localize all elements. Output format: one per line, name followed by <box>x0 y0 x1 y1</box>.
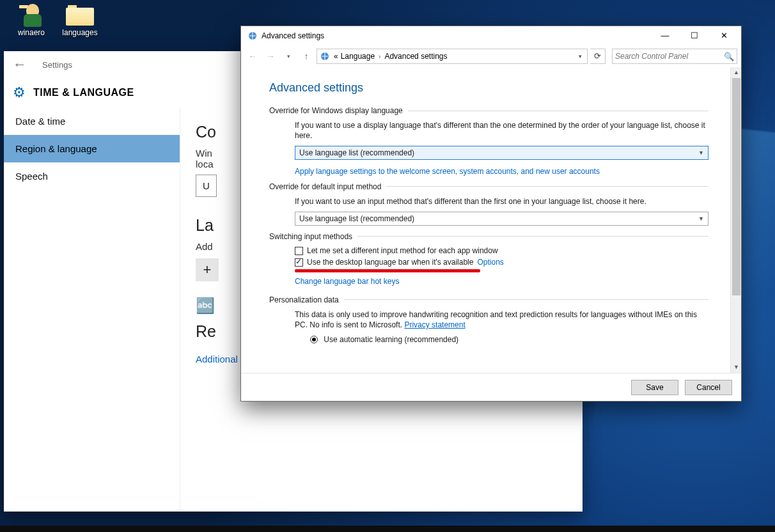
dropdown-value: Use language list (recommended) <box>299 148 698 157</box>
search-input[interactable] <box>615 52 724 61</box>
section-title-input-method: Override for default input method <box>269 182 381 191</box>
search-icon[interactable]: 🔍 <box>724 52 734 61</box>
dropdown-value: Use language list (recommended) <box>299 214 698 223</box>
page-heading: Advanced settings <box>269 81 708 95</box>
breadcrumb-prefix: « <box>333 52 340 61</box>
nav-back-button[interactable]: ← <box>245 49 260 64</box>
radio-automatic-learning[interactable] <box>310 336 318 343</box>
content-pane: Advanced settings Override for Windows d… <box>241 67 730 373</box>
advanced-settings-window: Advanced settings — ☐ ✕ ← → ▾ ↑ « Langua… <box>240 26 742 402</box>
maximize-button[interactable]: ☐ <box>680 26 709 45</box>
divider <box>344 299 708 300</box>
save-button[interactable]: Save <box>631 380 678 395</box>
divider <box>386 186 708 187</box>
section-desc: If you want to use an input method that'… <box>295 196 708 207</box>
scrollbar-thumb[interactable] <box>732 78 740 295</box>
checkbox-per-app-input[interactable] <box>295 247 303 255</box>
control-panel-language-icon <box>247 31 258 41</box>
desktop-icon-label: winaero <box>18 28 45 37</box>
link-privacy-statement[interactable]: Privacy statement <box>404 320 465 329</box>
taskbar[interactable] <box>0 526 775 532</box>
chevron-right-icon: › <box>376 53 383 60</box>
country-dropdown[interactable]: U <box>196 175 217 197</box>
section-title-switching: Switching input methods <box>269 232 352 241</box>
desktop-icon-winaero[interactable]: winaero <box>8 3 55 37</box>
divider <box>408 111 708 111</box>
link-apply-welcome-screen[interactable]: Apply language settings to the welcome s… <box>295 167 600 176</box>
nav-speech[interactable]: Speech <box>4 162 180 190</box>
add-language-button[interactable]: + <box>196 258 219 281</box>
cancel-button[interactable]: Cancel <box>685 380 732 395</box>
checkbox-label: Let me set a different input method for … <box>307 246 498 255</box>
address-bar: ← → ▾ ↑ « Language › Advanced settings ▾… <box>241 45 741 67</box>
minimize-button[interactable]: — <box>650 26 680 45</box>
folder-icon <box>66 3 94 26</box>
nav-forward-button[interactable]: → <box>263 49 278 64</box>
settings-nav: Date & time Region & language Speech <box>4 107 180 512</box>
section-title-display-language: Override for Windows display language <box>269 106 403 115</box>
nav-date-time[interactable]: Date & time <box>4 107 180 135</box>
breadcrumb-dropdown-icon[interactable]: ▾ <box>575 53 586 59</box>
link-options[interactable]: Options <box>477 258 503 267</box>
search-box[interactable]: 🔍 <box>612 49 737 64</box>
breadcrumb[interactable]: « Language › Advanced settings ▾ <box>317 49 588 64</box>
dialog-footer: Save Cancel <box>241 373 741 401</box>
nav-region-language[interactable]: Region & language <box>4 135 180 162</box>
back-arrow-icon[interactable]: ← <box>13 56 27 73</box>
section-desc: This data is only used to improve handwr… <box>295 309 708 330</box>
radio-label: Use automatic learning (recommended) <box>324 335 458 344</box>
scroll-down-icon[interactable]: ▼ <box>731 362 741 373</box>
desktop-icon-languages[interactable]: languages <box>56 3 104 37</box>
display-language-dropdown[interactable]: Use language list (recommended) ▼ <box>295 146 708 160</box>
settings-app-label: Settings <box>42 60 72 70</box>
input-method-dropdown[interactable]: Use language list (recommended) ▼ <box>295 212 708 226</box>
control-panel-language-icon <box>320 51 330 61</box>
window-titlebar[interactable]: Advanced settings — ☐ ✕ <box>241 26 741 45</box>
divider <box>357 236 708 237</box>
person-icon <box>17 3 45 26</box>
scroll-up-icon[interactable]: ▲ <box>731 67 741 78</box>
chevron-down-icon: ▼ <box>698 215 704 222</box>
vertical-scrollbar[interactable]: ▲ ▼ <box>730 67 741 373</box>
annotation-underline <box>295 269 480 272</box>
nav-up-button[interactable]: ↑ <box>299 49 314 64</box>
breadcrumb-advanced[interactable]: Advanced settings <box>383 52 448 61</box>
refresh-button[interactable]: ⟳ <box>590 49 606 64</box>
breadcrumb-language[interactable]: Language <box>340 52 376 61</box>
close-button[interactable]: ✕ <box>709 26 739 45</box>
desktop-icon-label: languages <box>62 28 97 37</box>
nav-recent-button[interactable]: ▾ <box>281 49 296 64</box>
chevron-down-icon: ▼ <box>698 150 704 156</box>
section-desc: If you want to use a display language th… <box>295 120 708 141</box>
link-change-hotkeys[interactable]: Change language bar hot keys <box>295 277 399 286</box>
section-title-personalization: Personalization data <box>269 295 339 304</box>
gear-icon: ⚙ <box>13 84 26 101</box>
settings-category-title: TIME & LANGUAGE <box>33 87 134 98</box>
checkbox-desktop-language-bar[interactable] <box>295 258 303 267</box>
checkbox-label: Use the desktop language bar when it's a… <box>307 258 473 267</box>
window-title: Advanced settings <box>262 31 650 40</box>
